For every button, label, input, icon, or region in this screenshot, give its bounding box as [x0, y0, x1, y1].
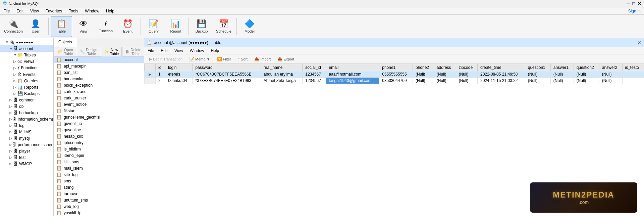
- restore-btn[interactable]: □: [632, 1, 635, 6]
- table-list-item[interactable]: 📋yasakli_ip: [54, 210, 144, 216]
- close-btn[interactable]: ✕: [638, 1, 641, 6]
- table-list-item[interactable]: 📋fikstue: [54, 107, 144, 114]
- table-list-item[interactable]: 📋site_log: [54, 171, 144, 178]
- cell-real_name[interactable]: Ahmet Zeki Tasga: [261, 78, 302, 84]
- col-header-social_id[interactable]: social_id: [303, 64, 326, 71]
- cell-id[interactable]: 2: [156, 78, 165, 84]
- sidebar-db-common[interactable]: ▷ 🗄 common: [0, 97, 53, 103]
- sidebar-db-wmcp[interactable]: ▷ 🗄 WMCP: [0, 161, 53, 167]
- col-header-question1[interactable]: question1: [525, 64, 550, 71]
- table-list-item[interactable]: 📋unuttum_sms: [54, 197, 144, 203]
- table-list-item[interactable]: 📋mail_islem: [54, 165, 144, 171]
- cell-is_testo[interactable]: [622, 78, 644, 84]
- col-header-id[interactable]: id: [156, 64, 165, 71]
- cell-email[interactable]: aaa@hotmail.com: [326, 71, 379, 78]
- table-list-item[interactable]: 📋guvenlipc: [54, 127, 144, 133]
- cell-social_id[interactable]: 1234567: [303, 78, 326, 84]
- cell-answer2[interactable]: (Null): [599, 71, 622, 78]
- new-table-btn[interactable]: ✨ New Table: [101, 47, 122, 57]
- cell-phone1[interactable]: 08503044709: [379, 78, 413, 84]
- cell-phone2[interactable]: (Null): [413, 78, 434, 84]
- sidebar-db-mhms[interactable]: ▷ 🗄 MHMS: [0, 129, 53, 135]
- cell-question1[interactable]: (Null): [525, 78, 550, 84]
- sidebar-item-views[interactable]: ▷ oo Views: [0, 58, 53, 64]
- begin-transaction-btn[interactable]: ▶ Begin Transaction: [146, 56, 185, 62]
- table-list-item[interactable]: 📋string: [54, 184, 144, 190]
- sidebar-item-tables[interactable]: ▼ 📁 Tables: [0, 52, 53, 58]
- sidebar-db-performance-schema[interactable]: ▷ 🗄 performance_schema: [0, 141, 53, 148]
- design-table-btn[interactable]: 🔧 Design Table: [77, 47, 100, 57]
- toolbar-table[interactable]: 📋 Table: [51, 16, 72, 37]
- cell-question1[interactable]: (Null): [525, 71, 550, 78]
- cell-is_testo[interactable]: [622, 71, 644, 78]
- col-header-email[interactable]: email: [326, 64, 379, 71]
- cell-create_time[interactable]: 2022-08-05 21:49:58: [478, 71, 525, 78]
- inner-menu-help[interactable]: Help: [208, 48, 223, 54]
- table-list-item[interactable]: 📋kilit_sms: [54, 159, 144, 165]
- sidebar-db-player[interactable]: ▷ 🗄 player: [0, 148, 53, 154]
- cell-question2[interactable]: (Null): [574, 71, 599, 78]
- filter-btn[interactable]: 🔽 Filter: [214, 56, 234, 62]
- table-list-item[interactable]: 📋iptocountry: [54, 139, 144, 146]
- inner-menu-edit[interactable]: Edit: [157, 48, 171, 54]
- menu-edit[interactable]: Edit: [13, 8, 27, 14]
- cell-answer2[interactable]: (Null): [599, 78, 622, 84]
- cell-password[interactable]: *CC67043C7BCFF5EEA5566B: [193, 71, 261, 78]
- sidebar-item-reports[interactable]: ▷ 📊 Reports: [0, 84, 53, 90]
- sidebar-db-test[interactable]: ▷ 🗄 test: [0, 154, 53, 161]
- cell-create_time[interactable]: 2024-11-15 21:03:22: [478, 78, 525, 84]
- cell-address[interactable]: (Null): [434, 78, 456, 84]
- sidebar-db-db[interactable]: ▷ 🗄 db: [0, 103, 53, 110]
- menu-window[interactable]: Window: [82, 8, 103, 14]
- cell-password[interactable]: *373E3B674FE7E07E24B1993: [193, 78, 261, 84]
- inner-menu-window[interactable]: Window: [186, 48, 208, 54]
- table-row[interactable]: 206ankra04*373E3B674FE7E07E24B1993Ahmet …: [145, 78, 644, 84]
- cell-phone1[interactable]: 05555555555: [379, 71, 413, 78]
- toolbar-function[interactable]: ƒ Function: [95, 16, 116, 37]
- table-list-item[interactable]: 📋hesap_kilit: [54, 133, 144, 139]
- col-header-address[interactable]: address: [434, 64, 456, 71]
- sidebar-item-functions[interactable]: ▷ ƒ Functions: [0, 64, 53, 71]
- cell-answer1[interactable]: (Null): [550, 78, 574, 84]
- toolbar-view[interactable]: 👁 View: [73, 16, 94, 37]
- table-list-item[interactable]: 📋is_bildirm: [54, 146, 144, 152]
- minimize-btn[interactable]: ─: [627, 1, 630, 6]
- cell-answer1[interactable]: (Null): [550, 71, 574, 78]
- memo-btn[interactable]: 📝 Memo ▼: [186, 56, 213, 62]
- sidebar-db-account[interactable]: ▼ 🗄 account: [0, 45, 53, 52]
- toolbar-user[interactable]: 👤 User: [25, 16, 46, 37]
- table-row[interactable]: ▶1efereis*CC67043C7BCFF5EEA5566Babdullah…: [145, 71, 644, 78]
- inner-menu-view[interactable]: View: [171, 48, 186, 54]
- table-list-item[interactable]: 📋ban_list: [54, 69, 144, 76]
- toolbar-query[interactable]: 📝 Query: [143, 16, 164, 37]
- table-list-item[interactable]: 📋guncelleme_gecmisi: [54, 114, 144, 120]
- toolbar-connection[interactable]: 🔌 Connection: [3, 16, 24, 37]
- delete-table-btn[interactable]: 🗑 Delete Table: [122, 47, 144, 57]
- sidebar-item-queries[interactable]: ▷ 📋 Queries: [0, 78, 53, 84]
- table-list-item[interactable]: 📋block_exception: [54, 82, 144, 88]
- cell-question2[interactable]: (Null): [574, 78, 599, 84]
- col-header-answer2[interactable]: answer2: [599, 64, 622, 71]
- sort-btn[interactable]: ↕ Sort: [235, 56, 250, 62]
- col-header-password[interactable]: password: [193, 64, 261, 71]
- sign-in-btn[interactable]: Sign In: [628, 9, 644, 13]
- sidebar-db-hotbackup[interactable]: ▷ 🗄 hotbackup: [0, 110, 53, 116]
- col-header-answer1[interactable]: answer1: [550, 64, 574, 71]
- sidebar-connection[interactable]: ▼ 🔌 ●●●●●●●: [0, 39, 53, 45]
- table-list-item[interactable]: 📋event_notice: [54, 101, 144, 107]
- toolbar-model[interactable]: 🔷 Model: [239, 16, 260, 37]
- tab-objects[interactable]: Objects: [54, 38, 77, 47]
- col-header-login[interactable]: login: [165, 64, 193, 71]
- import-btn[interactable]: 📥 Import: [252, 56, 273, 62]
- menu-help[interactable]: Help: [103, 8, 118, 14]
- cell-zipcode[interactable]: (Null): [456, 71, 477, 78]
- table-list-item[interactable]: 📋turnuva: [54, 190, 144, 197]
- sidebar-item-events[interactable]: ▷ ⏱ Events: [0, 71, 53, 78]
- table-list-item[interactable]: 📋sms: [54, 178, 144, 184]
- cell-social_id[interactable]: 1234567: [303, 71, 326, 78]
- cell-login[interactable]: 06ankra04: [165, 78, 193, 84]
- menu-tools[interactable]: Tools: [65, 8, 82, 14]
- table-list-item[interactable]: 📋guvenli_ip: [54, 120, 144, 127]
- toolbar-schedule[interactable]: 📅 Schedule: [213, 16, 234, 37]
- sidebar-item-backups[interactable]: ▷ 💾 Backups: [0, 90, 53, 97]
